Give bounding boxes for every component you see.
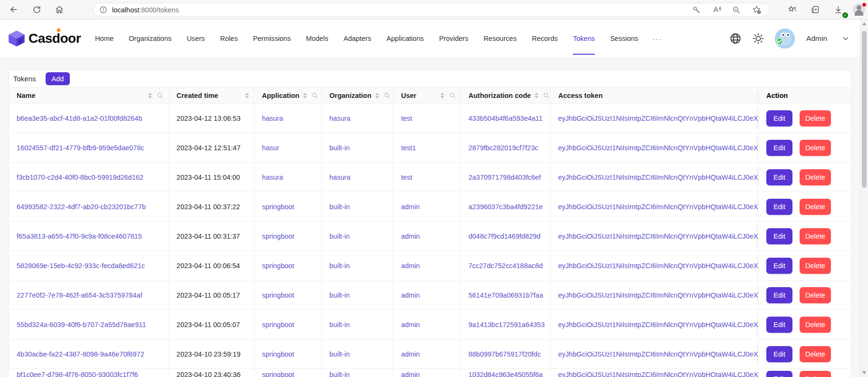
column-search-icon[interactable] (384, 92, 391, 99)
nav-item-organizations[interactable]: Organizations (121, 19, 179, 58)
browser-back-button[interactable] (6, 2, 22, 17)
token-name-link[interactable]: 55bd324a-6039-40f6-b707-2a55d78ae911 (17, 321, 146, 329)
address-bar[interactable]: localhost:8000/tokens (93, 3, 770, 17)
authorization-code-link[interactable]: a2396037c3ba4fd9221e (468, 203, 543, 211)
nav-item-adapters[interactable]: Adapters (336, 19, 379, 58)
user-avatar[interactable] (775, 29, 795, 48)
scrollbar-up-arrow-icon[interactable] (862, 22, 866, 25)
authorization-code-link[interactable]: 88b0997b675917f20fdc (468, 350, 541, 358)
column-header-authorization-code[interactable]: Authorization code (461, 87, 551, 103)
browser-home-button[interactable] (51, 2, 67, 17)
delete-button[interactable]: Delete (800, 258, 831, 274)
user-link[interactable]: test1 (401, 144, 416, 152)
password-key-button[interactable] (688, 3, 705, 17)
nav-item-permissions[interactable]: Permissions (245, 19, 298, 58)
menu-overflow-button[interactable]: ··· (646, 35, 669, 43)
token-name-link[interactable]: bf1c0ee7-d798-4f76-8050-93003fc1f7f6 (17, 371, 138, 377)
organization-link[interactable]: hasura (329, 115, 350, 122)
user-link[interactable]: test (401, 174, 412, 181)
zoom-out-button[interactable] (728, 3, 744, 17)
authorization-code-link[interactable]: d048c7f9cd1469fd829d (468, 232, 541, 240)
delete-button[interactable]: Delete (800, 169, 831, 185)
user-link[interactable]: admin (401, 203, 420, 211)
application-link[interactable]: springboot (262, 262, 294, 270)
authorization-code-link[interactable]: 9a1413bc172591a64353 (468, 321, 544, 329)
nav-item-sessions[interactable]: Sessions (602, 19, 646, 58)
url-text[interactable]: localhost:8000/tokens (112, 6, 688, 14)
favorites-bar-button[interactable] (784, 2, 801, 17)
user-link[interactable]: admin (401, 350, 420, 358)
authorization-code-link[interactable]: 1032d84c963e45055f6a (468, 371, 543, 377)
application-link[interactable]: springboot (262, 232, 294, 240)
authorization-code-link[interactable]: 7cc27dc752cc4188ac8d (468, 262, 543, 270)
column-header-created-time[interactable]: Created time (169, 87, 254, 103)
token-name-link[interactable]: f3cb1070-c2d4-40f0-8bc0-59919d26d162 (17, 174, 143, 181)
nav-item-resources[interactable]: Resources (476, 19, 525, 58)
nav-item-roles[interactable]: Roles (212, 19, 245, 58)
edit-button[interactable]: Edit (766, 169, 792, 185)
sort-carets-icon[interactable] (437, 93, 444, 98)
user-link[interactable]: admin (401, 262, 420, 270)
downloads-button[interactable]: ✓ (830, 2, 846, 17)
column-search-icon[interactable] (449, 92, 456, 99)
organization-link[interactable]: built-in (329, 232, 350, 240)
user-link[interactable]: admin (401, 232, 420, 240)
nav-item-records[interactable]: Records (525, 19, 565, 58)
language-globe-button[interactable] (729, 32, 742, 45)
delete-button[interactable]: Delete (800, 140, 831, 156)
sort-carets-icon[interactable] (299, 93, 307, 98)
user-link[interactable]: admin (401, 371, 420, 377)
application-link[interactable]: hasura (262, 115, 283, 122)
organization-link[interactable]: built-in (329, 262, 350, 270)
user-link[interactable]: test (401, 115, 412, 122)
delete-button[interactable]: Delete (800, 287, 831, 303)
delete-button[interactable]: Delete (800, 110, 831, 126)
application-link[interactable]: springboot (262, 321, 294, 329)
current-user-label[interactable]: Admin (806, 34, 827, 43)
chevron-down-icon[interactable] (842, 35, 849, 42)
authorization-code-link[interactable]: 56141e709a06931b7faa (468, 291, 543, 299)
nav-item-tokens[interactable]: Tokens (565, 19, 602, 58)
column-header-user[interactable]: User (393, 87, 461, 103)
column-search-icon[interactable] (157, 92, 163, 99)
delete-button[interactable]: Delete (800, 199, 831, 215)
sort-carets-icon[interactable] (241, 93, 249, 98)
application-link[interactable]: hasura (262, 174, 283, 181)
column-header-organization[interactable]: Organization (322, 87, 393, 103)
organization-link[interactable]: hasura (329, 174, 350, 181)
page-scrollbar[interactable] (860, 19, 868, 377)
delete-button[interactable]: Delete (800, 317, 831, 333)
user-link[interactable]: admin (401, 291, 420, 299)
edit-button[interactable]: Edit (766, 346, 792, 362)
browser-refresh-button[interactable] (29, 2, 45, 17)
sort-carets-icon[interactable] (531, 93, 538, 98)
application-link[interactable]: hasur (262, 144, 279, 152)
edit-button[interactable]: Edit (766, 258, 792, 274)
nav-item-providers[interactable]: Providers (431, 19, 476, 58)
column-search-icon[interactable] (543, 92, 550, 99)
token-name-link[interactable]: f65a3813-a655-47f0-9c9a-f08ce4607815 (17, 232, 142, 240)
token-name-link[interactable]: 16024557-df21-4779-bfb9-959e5dae078c (17, 144, 144, 152)
edit-button[interactable]: Edit (766, 110, 792, 126)
theme-toggle-button[interactable] (752, 32, 764, 45)
edit-button[interactable]: Edit (766, 371, 792, 377)
organization-link[interactable]: built-in (329, 350, 350, 358)
collections-button[interactable] (807, 2, 823, 17)
nav-item-models[interactable]: Models (298, 19, 336, 58)
sort-carets-icon[interactable] (372, 93, 379, 98)
token-name-link[interactable]: b6ea3e35-abcf-41d8-a1a2-01f00fd8264b (17, 115, 142, 122)
edit-button[interactable]: Edit (766, 140, 792, 156)
nav-item-users[interactable]: Users (179, 19, 212, 58)
application-link[interactable]: springboot (262, 371, 294, 377)
organization-link[interactable]: built-in (329, 371, 350, 377)
application-link[interactable]: springboot (262, 350, 294, 358)
edit-button[interactable]: Edit (766, 228, 792, 244)
sort-carets-icon[interactable] (144, 93, 152, 98)
delete-button[interactable]: Delete (800, 228, 831, 244)
application-link[interactable]: springboot (262, 291, 294, 299)
organization-link[interactable]: built-in (329, 321, 350, 329)
nav-item-home[interactable]: Home (87, 19, 121, 58)
column-header-name[interactable]: Name (9, 87, 169, 103)
add-token-button[interactable]: Add (46, 72, 70, 85)
organization-link[interactable]: built-in (329, 291, 350, 299)
